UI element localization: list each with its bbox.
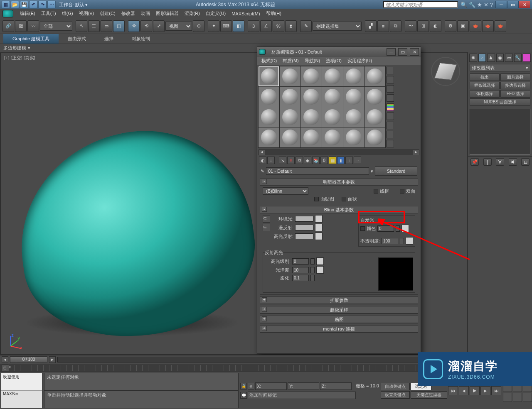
mat-menu-options[interactable]: 选项(O): [323, 57, 344, 65]
material-slot[interactable]: [343, 66, 364, 86]
gloss-map-button[interactable]: [316, 266, 324, 274]
material-slot[interactable]: [343, 127, 364, 147]
material-editor-titlebar[interactable]: 材质编辑器 - 01 - Default ─ ▭ ✕: [257, 47, 421, 57]
walk-icon[interactable]: [513, 393, 522, 402]
time-tag-input[interactable]: 添加时间标记: [248, 392, 356, 399]
go-parent-icon[interactable]: ↑: [345, 157, 353, 164]
modifier-btn-ffd-select[interactable]: FFD 选择: [500, 90, 530, 98]
dialog-maximize-button[interactable]: ▭: [398, 48, 407, 56]
maximize-button[interactable]: ▭: [507, 1, 519, 8]
material-slot[interactable]: [301, 66, 322, 86]
material-slot[interactable]: [280, 107, 300, 127]
tab-modify-icon[interactable]: ⟋: [478, 54, 486, 62]
menu-modifiers[interactable]: 修改器: [119, 9, 138, 18]
wire-checkbox[interactable]: [374, 189, 378, 193]
menu-customize[interactable]: 自定义(U): [203, 9, 228, 18]
menu-views[interactable]: 视图(V): [76, 9, 97, 18]
manip-icon[interactable]: ✦: [208, 20, 219, 32]
menu-edit[interactable]: 编辑(E): [17, 9, 38, 18]
material-slot[interactable]: [259, 87, 279, 107]
angle-snap-icon[interactable]: ∠: [260, 20, 272, 32]
goto-start-icon[interactable]: ⏮: [448, 386, 458, 395]
put-to-lib-icon[interactable]: 📚: [312, 157, 320, 164]
make-unique-icon[interactable]: ◆: [304, 157, 311, 164]
maxscript-mini-listener[interactable]: 欢迎使用 MAXScr: [1, 373, 42, 408]
material-slot[interactable]: [280, 87, 300, 107]
twosided-checkbox[interactable]: [400, 189, 404, 193]
redo-icon[interactable]: ↷: [38, 1, 47, 8]
rollout-header[interactable]: +扩展参数: [260, 297, 418, 304]
faceted-checkbox[interactable]: [342, 197, 346, 201]
unlink-icon[interactable]: ⛓: [15, 20, 27, 32]
get-material-icon[interactable]: ◐: [259, 157, 266, 164]
specular-map-button[interactable]: [315, 233, 323, 240]
search-icon[interactable]: 🔍: [461, 2, 467, 8]
spinner-snap-icon[interactable]: ⧗: [285, 20, 297, 32]
project-icon[interactable]: ⋯: [47, 1, 56, 8]
x-coord-input[interactable]: X:: [255, 382, 287, 390]
tab-motion-icon[interactable]: ◉: [496, 54, 504, 62]
menu-tools[interactable]: 工具(T): [39, 9, 59, 18]
backlight-icon[interactable]: [387, 76, 394, 83]
shader-type-select[interactable]: (B)Blinn: [263, 187, 308, 195]
app-menu-icon[interactable]: [2, 10, 13, 17]
mtl-map-nav-icon[interactable]: [387, 140, 394, 147]
modifier-btn-nurbs[interactable]: NURBS 曲面选择: [470, 98, 530, 106]
rollout-header[interactable]: +贴图: [260, 316, 418, 323]
key-icon[interactable]: 🔧: [469, 2, 475, 8]
next-key-icon[interactable]: ►: [49, 356, 56, 363]
facemap-checkbox[interactable]: [314, 197, 319, 201]
help-icon[interactable]: ?: [490, 2, 493, 8]
window-crossing-icon[interactable]: ◫: [113, 20, 125, 32]
snap-2d-icon[interactable]: ◧: [233, 20, 244, 32]
ambient-map-button[interactable]: [315, 215, 323, 223]
material-slot[interactable]: [280, 127, 300, 147]
select-name-icon[interactable]: ☰: [88, 20, 100, 32]
material-slot[interactable]: [365, 107, 385, 127]
show-end-result-icon[interactable]: ▮: [337, 157, 345, 164]
rollout-header[interactable]: -Blinn 基本参数: [260, 206, 418, 213]
material-editor-icon[interactable]: ◐: [430, 20, 441, 32]
selfillum-spinner[interactable]: 0: [377, 225, 394, 232]
show-map-icon[interactable]: ▦: [329, 157, 336, 164]
material-slot[interactable]: [365, 127, 385, 147]
select-rect-icon[interactable]: ▭: [101, 20, 112, 32]
rollout-header[interactable]: +mental ray 连接: [260, 326, 418, 333]
ribbon-tab-objectpaint[interactable]: 对象绘制: [123, 34, 159, 44]
modifier-btn-spline-select[interactable]: 样条线选择: [470, 82, 500, 89]
mat-menu-mode[interactable]: 模式(D): [259, 57, 279, 65]
autokey-button[interactable]: 自动关键点: [381, 383, 410, 390]
selfillum-color-checkbox[interactable]: [360, 226, 365, 231]
show-end-icon[interactable]: ‖: [483, 158, 492, 166]
material-slot[interactable]: [322, 87, 343, 107]
diffuse-color-swatch[interactable]: [295, 225, 313, 230]
material-slot[interactable]: [322, 66, 343, 86]
render-icon[interactable]: 🫖: [495, 20, 506, 32]
modifier-list-dropdown[interactable]: 修改器列表▾: [470, 64, 530, 71]
soften-spinner[interactable]: 0.1: [292, 275, 309, 281]
prev-frame-icon[interactable]: ◄: [459, 386, 469, 395]
make-unique-icon[interactable]: ∀: [496, 158, 504, 166]
material-slot[interactable]: [301, 127, 322, 147]
prev-key-icon[interactable]: ◄: [2, 356, 8, 363]
dialog-close-button[interactable]: ✕: [410, 48, 419, 56]
menu-create[interactable]: 创建(C): [97, 9, 118, 18]
tab-hierarchy-icon[interactable]: ♟: [487, 54, 495, 62]
help-search-input[interactable]: [383, 1, 458, 8]
background-icon[interactable]: [387, 85, 394, 93]
material-slot[interactable]: [322, 127, 343, 147]
diffuse-map-button[interactable]: [315, 224, 323, 231]
save-file-icon[interactable]: 💾: [20, 1, 28, 8]
move-icon[interactable]: ✥: [128, 20, 140, 32]
mat-menu-utilities[interactable]: 实用程序(U): [345, 57, 374, 65]
tab-display-icon[interactable]: ▭: [505, 54, 513, 62]
gloss-spinner[interactable]: 10: [292, 267, 309, 273]
material-slot[interactable]: [343, 87, 364, 107]
rendered-frame-icon[interactable]: ▣: [457, 20, 469, 32]
pin-stack-icon[interactable]: 📌: [470, 158, 479, 166]
maximize-viewport-icon[interactable]: [523, 393, 532, 402]
material-slot[interactable]: [301, 107, 322, 127]
coord-mode-icon[interactable]: ⊕: [248, 383, 254, 389]
modifier-btn-vol-select[interactable]: 体积选择: [470, 90, 500, 98]
menu-help[interactable]: 帮助(H): [264, 9, 284, 18]
